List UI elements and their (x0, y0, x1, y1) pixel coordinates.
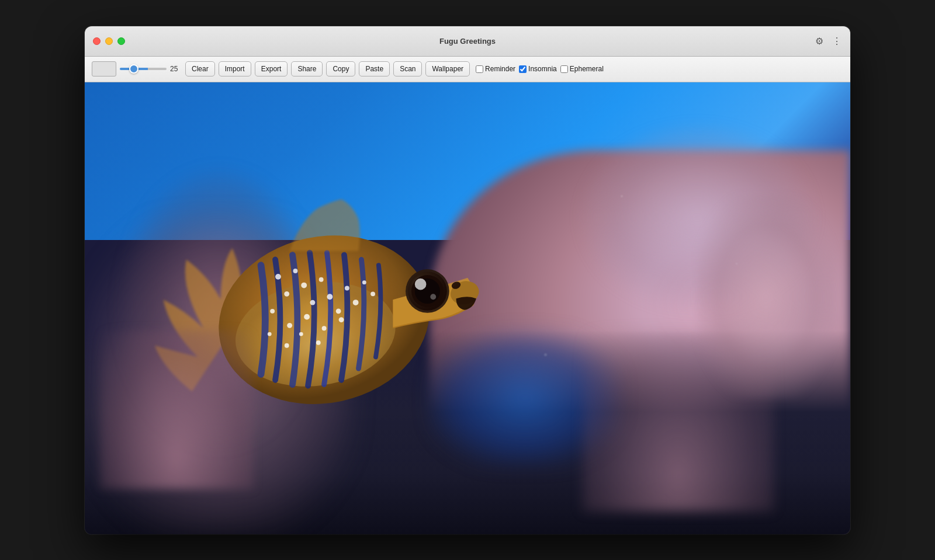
coral-blob-1 (100, 331, 253, 489)
svg-point-16 (321, 326, 326, 331)
coral-blob-3 (697, 195, 835, 398)
toolbar: 25 Clear Import Export Share Copy Paste … (85, 57, 850, 82)
svg-point-12 (352, 300, 358, 305)
paste-button[interactable]: Paste (359, 61, 390, 76)
close-button[interactable] (93, 37, 101, 45)
particle-3 (544, 353, 547, 356)
insomnia-checkbox[interactable] (519, 65, 527, 73)
wallpaper-button[interactable]: Wallpaper (425, 61, 470, 76)
svg-point-30 (430, 294, 436, 300)
reminder-checkbox[interactable] (476, 65, 483, 73)
slider-container: 25 (120, 65, 182, 73)
particle-2 (736, 263, 737, 265)
ephemeral-text: Ephemeral (570, 65, 604, 73)
svg-point-29 (415, 278, 427, 290)
svg-point-17 (338, 317, 344, 322)
svg-point-7 (319, 277, 324, 281)
svg-point-13 (270, 308, 275, 313)
svg-point-10 (345, 286, 349, 290)
svg-point-23 (316, 340, 321, 345)
scan-button[interactable]: Scan (393, 61, 422, 76)
svg-point-21 (285, 343, 289, 347)
ephemeral-label[interactable]: Ephemeral (560, 65, 604, 73)
svg-point-11 (336, 308, 341, 314)
checkbox-group: Reminder Insomnia Ephemeral (476, 65, 606, 73)
svg-point-18 (370, 291, 375, 296)
svg-point-20 (268, 332, 272, 336)
svg-point-22 (299, 332, 303, 336)
color-swatch[interactable] (92, 61, 116, 76)
svg-point-6 (301, 282, 307, 288)
clear-button[interactable]: Clear (185, 61, 215, 76)
export-button[interactable]: Export (255, 61, 288, 76)
extensions-icon[interactable]: ⚙ (814, 36, 825, 46)
insomnia-label[interactable]: Insomnia (519, 65, 557, 73)
svg-point-15 (304, 314, 310, 319)
traffic-lights (93, 37, 125, 45)
titlebar: Fugu Greetings ⚙ ⋮ (85, 26, 850, 57)
minimize-button[interactable] (105, 37, 113, 45)
menu-icon[interactable]: ⋮ (832, 36, 842, 46)
svg-point-5 (284, 291, 289, 297)
svg-point-8 (310, 300, 315, 305)
reminder-text: Reminder (485, 65, 515, 73)
maximize-button[interactable] (117, 37, 125, 45)
svg-point-4 (293, 269, 297, 273)
fish-scene (85, 82, 850, 534)
insomnia-text: Insomnia (528, 65, 557, 73)
window-title: Fugu Greetings (439, 37, 496, 46)
app-window: Fugu Greetings ⚙ ⋮ 25 Clear Import Expor… (85, 26, 850, 534)
particle-1 (621, 195, 623, 197)
reminder-label[interactable]: Reminder (476, 65, 515, 73)
ephemeral-checkbox[interactable] (560, 65, 568, 73)
content-area (85, 82, 850, 534)
title-actions: ⚙ ⋮ (814, 36, 842, 46)
svg-point-3 (275, 274, 281, 280)
share-button[interactable]: Share (291, 61, 323, 76)
import-button[interactable]: Import (219, 61, 251, 76)
size-slider[interactable] (120, 68, 167, 70)
slider-value: 25 (170, 65, 182, 73)
svg-point-19 (362, 280, 366, 284)
copy-button[interactable]: Copy (326, 61, 355, 76)
svg-point-14 (287, 323, 292, 328)
svg-point-9 (327, 294, 333, 300)
